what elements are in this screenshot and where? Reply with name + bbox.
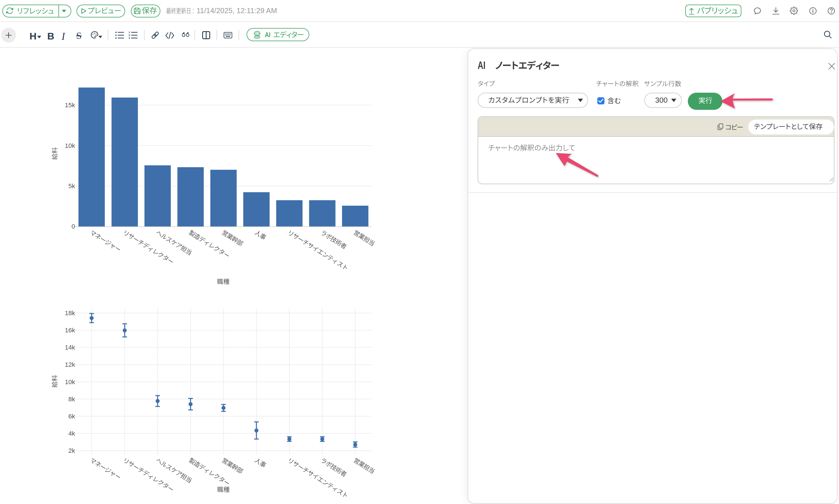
svg-text:14k: 14k <box>65 344 75 351</box>
svg-text:15k: 15k <box>65 102 75 109</box>
svg-text:16k: 16k <box>65 327 75 334</box>
svg-text:5k: 5k <box>68 182 75 190</box>
svg-text:10k: 10k <box>65 142 75 149</box>
svg-text:10k: 10k <box>65 378 75 385</box>
svg-text:12k: 12k <box>65 361 75 368</box>
svg-text:8k: 8k <box>68 396 75 403</box>
svg-text:2k: 2k <box>68 447 75 454</box>
svg-text:18k: 18k <box>65 309 75 317</box>
svg-text:0: 0 <box>72 223 75 230</box>
svg-text:4k: 4k <box>68 430 75 437</box>
svg-text:6k: 6k <box>68 413 75 420</box>
